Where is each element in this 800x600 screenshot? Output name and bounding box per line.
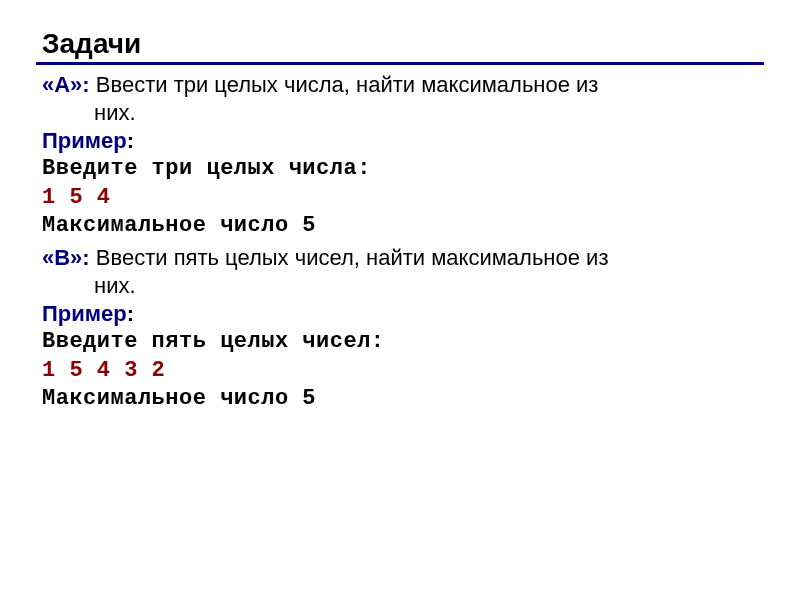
slide: Задачи «A»: Ввести три целых числа, найт… [0,0,800,449]
task-b-example-colon: : [127,301,134,326]
task-a-example-label-row: Пример: [42,127,764,155]
task-a-line1: «A»: Ввести три целых числа, найти макси… [42,71,764,99]
task-a: «A»: Ввести три целых числа, найти макси… [42,71,764,240]
task-a-prompt: Введите три целых числа: [42,155,764,183]
task-b-result: Максимальное число 5 [42,385,764,413]
task-b-line1: «B»: Ввести пять целых чисел, найти макс… [42,244,764,272]
task-b-prompt: Введите пять целых чисел: [42,328,764,356]
task-b-label: «B»: [42,245,90,270]
title-underline: Задачи [36,28,764,65]
content-body: «A»: Ввести три целых числа, найти макси… [36,71,764,413]
task-b-text2: них. [42,272,764,300]
task-b: «B»: Ввести пять целых чисел, найти макс… [42,244,764,413]
task-a-example-colon: : [127,128,134,153]
task-a-input: 1 5 4 [42,184,764,212]
page-title: Задачи [36,28,764,60]
task-a-result: Максимальное число 5 [42,212,764,240]
task-a-example-label: Пример [42,128,127,153]
task-a-text2: них. [42,99,764,127]
task-b-text1: Ввести пять целых чисел, найти максималь… [90,245,609,270]
task-b-example-label-row: Пример: [42,300,764,328]
task-a-text1: Ввести три целых числа, найти максимальн… [90,72,599,97]
task-a-label: «A»: [42,72,90,97]
task-b-input: 1 5 4 3 2 [42,357,764,385]
task-b-example-label: Пример [42,301,127,326]
